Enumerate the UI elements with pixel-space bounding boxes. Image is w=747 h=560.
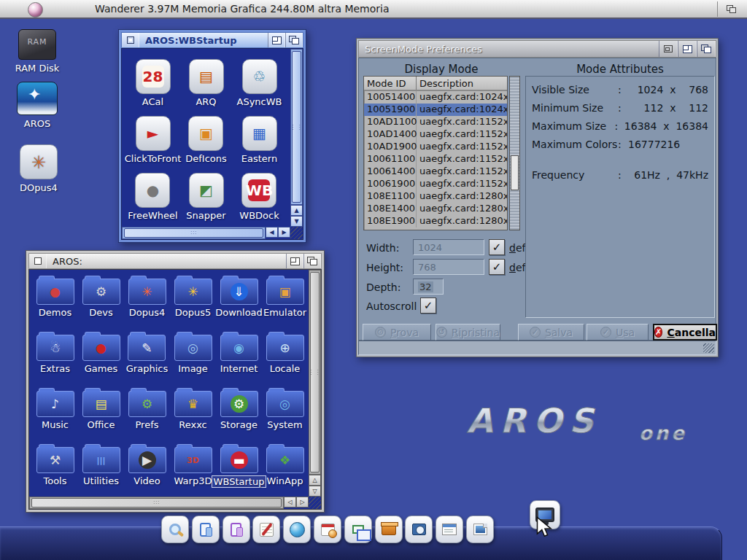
app-acal[interactable]: 28 ACal [136, 59, 171, 116]
width-input[interactable]: 1024 [413, 239, 484, 255]
height-input[interactable]: 768 [413, 259, 484, 275]
folder-locale[interactable]: ⊕ Locale [266, 330, 304, 386]
aros-hscrollbar[interactable]: ∶∶∶ ◁ ▷ [29, 497, 309, 509]
folder-dopus4[interactable]: ✳ Dopus4 [128, 274, 166, 330]
mode-list[interactable]: Mode ID Description 10051400 uaegfx.card… [363, 76, 508, 230]
salva-button[interactable]: ✓ Salva [518, 324, 584, 341]
folder-winapp[interactable]: ❖ WinApp [266, 443, 304, 499]
folder-emulator[interactable]: ▣ Emulator [263, 274, 306, 330]
ram-disk-drive-icon[interactable]: RAM Disk [4, 29, 70, 74]
scroll-right-button[interactable]: ▶ [278, 227, 290, 238]
folder-system[interactable]: ◎ System [266, 386, 304, 443]
folder-rexxc[interactable]: ♛ Rexxc [174, 386, 212, 443]
dock-copy-icon[interactable] [192, 516, 220, 543]
app-asyncwb[interactable]: ♲ ASyncWB [237, 59, 282, 116]
folder-prefs[interactable]: ⚙ Prefs [128, 386, 166, 443]
folder-music[interactable]: ♪ Music [36, 386, 74, 443]
screen-depth-gadget[interactable] [722, 2, 741, 17]
folder-download[interactable]: ⇓ Download [215, 274, 263, 330]
prova-button[interactable]: ⊙ Prova [363, 324, 431, 341]
wbstartup-hscrollbar[interactable]: ∶∶∶ ◀ ▶ [122, 227, 290, 239]
dock-windows-icon[interactable] [344, 516, 372, 543]
app-deficons[interactable]: ▣ DefIcons [185, 116, 227, 173]
mode-list-row[interactable]: 10AD1100 uaegfx.card:1152x6 [364, 116, 507, 128]
mode-list-row[interactable]: 10051900 uaegfx.card:1024x7 [364, 104, 507, 116]
ripristina-button[interactable]: ↺ Ripristina [436, 324, 500, 341]
folder-storage[interactable]: ⚙ Storage [220, 386, 258, 443]
dock-archive-icon[interactable] [375, 516, 403, 543]
mode-list-row[interactable]: 108E1400 uaegfx.card:1280x7 [364, 203, 507, 215]
mode-list-row[interactable]: 10AD1400 uaegfx.card:1152x6 [364, 128, 507, 141]
app-wbdock[interactable]: WB WBDock [239, 173, 279, 230]
dock-terminal-icon[interactable] [436, 516, 463, 543]
mode-list-row[interactable]: 10AD1900 uaegfx.card:1152x6 [364, 141, 507, 153]
folder-warp3d[interactable]: 3D Warp3D [174, 443, 212, 499]
aros-titlebar[interactable]: AROS: [28, 253, 322, 269]
folder-games[interactable]: ● Games [82, 330, 120, 386]
mode-list-row[interactable]: 10061900 uaegfx.card:1152x8 [364, 178, 507, 190]
width-default-checkbox[interactable]: ✓ [489, 239, 505, 255]
aros-vscrollbar[interactable]: ⋮⋮ △ ▽ [309, 270, 321, 497]
zoom-gadget[interactable] [268, 33, 285, 47]
scroll-right-button[interactable]: ▷ [296, 497, 309, 508]
app-snapper[interactable]: ◩ Snapper [186, 173, 225, 230]
close-gadget[interactable] [122, 33, 139, 47]
folder-image[interactable]: ◎ Image [174, 330, 212, 386]
iconify-gadget[interactable] [659, 41, 678, 57]
scroll-up-button[interactable]: △ [309, 475, 321, 486]
depth-input[interactable]: 32 [413, 279, 444, 295]
height-default-checkbox[interactable]: ✓ [489, 259, 505, 275]
scroll-down-button[interactable]: ▼ [290, 216, 303, 227]
scroll-left-button[interactable]: ◀ [266, 227, 278, 238]
autoscroll-checkbox[interactable]: ✓ [420, 298, 436, 314]
usa-button[interactable]: ✓ Usa [587, 324, 649, 341]
zoom-gadget[interactable] [286, 254, 303, 268]
app-clicktofront[interactable]: ► ClickToFront [125, 116, 182, 173]
depth-gadget[interactable] [303, 254, 321, 268]
mode-list-row[interactable]: 108E1100 uaegfx.card:1280x7 [364, 190, 507, 203]
scroll-left-button[interactable]: ◁ [284, 497, 296, 508]
cancella-button[interactable]: ✗ Cancella [653, 324, 717, 341]
app-freewheel[interactable]: ● FreeWheel [128, 173, 177, 230]
dock-images-icon[interactable] [466, 516, 494, 543]
scroll-down-button[interactable]: ▽ [309, 486, 321, 497]
folder-internet[interactable]: ◉ Internet [220, 330, 258, 386]
folder-extras[interactable]: ☃ Extras [36, 330, 74, 386]
folder-tools[interactable]: ⚒ Tools [36, 443, 74, 499]
close-gadget[interactable] [29, 254, 47, 268]
mode-list-row[interactable]: 10061100 uaegfx.card:1152x8 [364, 153, 507, 166]
depth-gadget[interactable] [697, 41, 716, 57]
dock-notes-icon[interactable] [252, 516, 280, 543]
app-eastern[interactable]: ▦ Eastern [241, 116, 277, 173]
aros-drive-icon[interactable]: AROS [4, 82, 70, 129]
folder-demos[interactable]: ● Demos [36, 274, 74, 330]
wbstartup-vscrollbar[interactable]: ⋮⋮ ▲ ▼ [290, 49, 303, 227]
dock-clock-icon[interactable] [405, 516, 433, 543]
folder-video[interactable]: ▶ Video [128, 443, 166, 499]
folder-devs[interactable]: ⚙ Devs [82, 274, 120, 330]
zoom-gadget[interactable] [678, 41, 697, 57]
wbstartup-titlebar[interactable]: AROS:WBStartup [121, 32, 303, 48]
dock-calendar-icon[interactable] [314, 516, 341, 543]
mode-list-row[interactable]: 108E1900 uaegfx.card:1280x7 [364, 215, 507, 228]
folder-wbstartup[interactable]: ▬ WBStartup [212, 443, 267, 499]
folder-office[interactable]: ▤ Office [82, 386, 120, 443]
resize-handle[interactable] [290, 227, 303, 239]
scroll-up-button[interactable]: ▲ [290, 205, 303, 216]
mode-list-row[interactable]: 10051400 uaegfx.card:1024x7 [364, 91, 507, 104]
resize-handle[interactable] [309, 497, 321, 509]
dock-search-icon[interactable] [161, 516, 189, 543]
depth-gadget[interactable] [285, 33, 303, 47]
mode-list-row[interactable]: 10061400 uaegfx.card:1152x8 [364, 166, 507, 178]
mode-list-scrollbar[interactable] [509, 76, 520, 230]
resize-handle[interactable] [703, 343, 714, 353]
scrollbar-thumb[interactable] [511, 155, 519, 190]
dopus4-icon[interactable]: DOpus4 [6, 144, 71, 193]
app-arq[interactable]: ▤ ARQ [189, 59, 224, 116]
dock-paste-icon[interactable] [222, 516, 250, 543]
folder-dopus5[interactable]: ✳ Dopus5 [174, 274, 212, 330]
folder-graphics[interactable]: ✎ Graphics [126, 330, 168, 386]
screenmode-titlebar[interactable]: ScreenMode Preferences [358, 40, 716, 58]
folder-utilities[interactable]: ||| Utilities [82, 443, 120, 499]
dock-globe-icon[interactable] [283, 516, 311, 543]
